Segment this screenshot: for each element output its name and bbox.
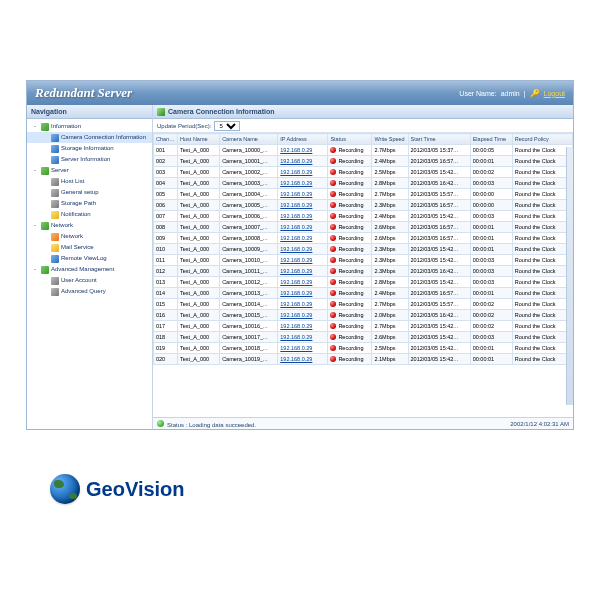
- table-row[interactable]: 011Test_A_000Camera_10010_...192.168.0.2…: [154, 255, 573, 266]
- table-cell: 020: [154, 354, 178, 365]
- ip-link[interactable]: 192.168.0.29: [280, 334, 312, 340]
- ip-link[interactable]: 192.168.0.29: [280, 345, 312, 351]
- tree-item[interactable]: Network: [27, 231, 152, 242]
- status-label: Recording: [338, 257, 363, 263]
- ip-link[interactable]: 192.168.0.29: [280, 224, 312, 230]
- table-cell: Recording: [328, 222, 372, 233]
- table-cell: Camera_10003_...: [220, 178, 278, 189]
- ip-link[interactable]: 192.168.0.29: [280, 158, 312, 164]
- tree-item[interactable]: Storage Information: [27, 143, 152, 154]
- tree-node-icon: [41, 123, 49, 131]
- column-header[interactable]: Status: [328, 134, 372, 145]
- tree-item[interactable]: Storage Path: [27, 198, 152, 209]
- tree-item[interactable]: Mail Service: [27, 242, 152, 253]
- ip-link[interactable]: 192.168.0.29: [280, 180, 312, 186]
- table-cell: 2012/03/05 16:42...: [408, 310, 470, 321]
- collapse-icon[interactable]: -: [31, 167, 39, 175]
- table-cell: 011: [154, 255, 178, 266]
- tree-item[interactable]: -Information: [27, 121, 152, 132]
- status-label: Recording: [338, 301, 363, 307]
- collapse-icon[interactable]: -: [31, 266, 39, 274]
- table-cell: 2.7Mbps: [372, 145, 408, 156]
- tree-node-icon: [51, 156, 59, 164]
- ip-link[interactable]: 192.168.0.29: [280, 202, 312, 208]
- column-header[interactable]: Camera Name: [220, 134, 278, 145]
- table-cell: Test_A_000: [178, 178, 220, 189]
- collapse-icon[interactable]: -: [31, 123, 39, 131]
- table-row[interactable]: 020Test_A_000Camera_10019_...192.168.0.2…: [154, 354, 573, 365]
- table-row[interactable]: 002Test_A_000Camera_10001_...192.168.0.2…: [154, 156, 573, 167]
- table-row[interactable]: 010Test_A_000Camera_10009_...192.168.0.2…: [154, 244, 573, 255]
- ip-link[interactable]: 192.168.0.29: [280, 147, 312, 153]
- table-row[interactable]: 015Test_A_000Camera_10014_...192.168.0.2…: [154, 299, 573, 310]
- tree-item[interactable]: Remote ViewLog: [27, 253, 152, 264]
- table-row[interactable]: 018Test_A_000Camera_10017_...192.168.0.2…: [154, 332, 573, 343]
- tree-item[interactable]: -Advanced Management: [27, 264, 152, 275]
- table-cell: Camera_10014_...: [220, 299, 278, 310]
- table-row[interactable]: 019Test_A_000Camera_10018_...192.168.0.2…: [154, 343, 573, 354]
- tree-item[interactable]: Notification: [27, 209, 152, 220]
- column-header[interactable]: IP Address: [278, 134, 328, 145]
- tree-node-label: Storage Information: [61, 143, 114, 154]
- table-cell: 2.8Mbps: [372, 178, 408, 189]
- ip-link[interactable]: 192.168.0.29: [280, 257, 312, 263]
- ip-link[interactable]: 192.168.0.29: [280, 323, 312, 329]
- table-row[interactable]: 003Test_A_000Camera_10002_...192.168.0.2…: [154, 167, 573, 178]
- table-cell: 015: [154, 299, 178, 310]
- tree-node-label: Mail Service: [61, 242, 94, 253]
- table-cell: 2012/03/05 15:42...: [408, 211, 470, 222]
- table-cell: 019: [154, 343, 178, 354]
- table-row[interactable]: 012Test_A_000Camera_10011_...192.168.0.2…: [154, 266, 573, 277]
- tree-item[interactable]: User Account: [27, 275, 152, 286]
- logout-link[interactable]: Logout: [544, 90, 565, 97]
- tree-item[interactable]: Server Information: [27, 154, 152, 165]
- ip-link[interactable]: 192.168.0.29: [280, 356, 312, 362]
- table-row[interactable]: 017Test_A_000Camera_10016_...192.168.0.2…: [154, 321, 573, 332]
- ip-link[interactable]: 192.168.0.29: [280, 312, 312, 318]
- ip-link[interactable]: 192.168.0.29: [280, 279, 312, 285]
- table-row[interactable]: 013Test_A_000Camera_10012_...192.168.0.2…: [154, 277, 573, 288]
- table-row[interactable]: 009Test_A_000Camera_10008_...192.168.0.2…: [154, 233, 573, 244]
- table-wrapper[interactable]: Channel▲Host NameCamera NameIP AddressSt…: [153, 133, 573, 417]
- column-header[interactable]: Elapsed Time: [470, 134, 512, 145]
- table-row[interactable]: 008Test_A_000Camera_10007_...192.168.0.2…: [154, 222, 573, 233]
- column-header[interactable]: Write Speed: [372, 134, 408, 145]
- ip-link[interactable]: 192.168.0.29: [280, 191, 312, 197]
- ip-link[interactable]: 192.168.0.29: [280, 301, 312, 307]
- table-cell: 2012/03/05 16:42...: [408, 178, 470, 189]
- column-header[interactable]: Record Policy: [512, 134, 572, 145]
- column-header[interactable]: Start Time: [408, 134, 470, 145]
- tree-item[interactable]: Advanced Query: [27, 286, 152, 297]
- tree-item[interactable]: Camera Connection Information: [27, 132, 152, 143]
- table-cell: Camera_10019_...: [220, 354, 278, 365]
- tree-item[interactable]: -Server: [27, 165, 152, 176]
- main-header: Camera Connection Information: [153, 105, 573, 119]
- collapse-icon[interactable]: -: [31, 222, 39, 230]
- ip-link[interactable]: 192.168.0.29: [280, 213, 312, 219]
- table-cell: 018: [154, 332, 178, 343]
- tree-item[interactable]: Host List: [27, 176, 152, 187]
- ip-link[interactable]: 192.168.0.29: [280, 268, 312, 274]
- table-row[interactable]: 004Test_A_000Camera_10003_...192.168.0.2…: [154, 178, 573, 189]
- tree-item[interactable]: -Network: [27, 220, 152, 231]
- ip-link[interactable]: 192.168.0.29: [280, 290, 312, 296]
- table-row[interactable]: 006Test_A_000Camera_10005_...192.168.0.2…: [154, 200, 573, 211]
- ip-link[interactable]: 192.168.0.29: [280, 235, 312, 241]
- update-period-select[interactable]: 5: [214, 121, 240, 131]
- table-row[interactable]: 014Test_A_000Camera_10013_...192.168.0.2…: [154, 288, 573, 299]
- column-header[interactable]: Host Name: [178, 134, 220, 145]
- table-cell: Recording: [328, 332, 372, 343]
- table-row[interactable]: 016Test_A_000Camera_10015_...192.168.0.2…: [154, 310, 573, 321]
- scrollbar-vertical[interactable]: [566, 147, 573, 405]
- tree-spacer: [41, 244, 49, 252]
- column-header[interactable]: Channel▲: [154, 134, 178, 145]
- table-cell: 2.3Mbps: [372, 255, 408, 266]
- main-header-label: Camera Connection Information: [168, 108, 275, 115]
- table-row[interactable]: 007Test_A_000Camera_10006_...192.168.0.2…: [154, 211, 573, 222]
- navigation-tree[interactable]: -InformationCamera Connection Informatio…: [27, 119, 152, 429]
- tree-item[interactable]: General setup: [27, 187, 152, 198]
- table-row[interactable]: 005Test_A_000Camera_10004_...192.168.0.2…: [154, 189, 573, 200]
- table-row[interactable]: 001Test_A_000Camera_10000_...192.168.0.2…: [154, 145, 573, 156]
- ip-link[interactable]: 192.168.0.29: [280, 246, 312, 252]
- ip-link[interactable]: 192.168.0.29: [280, 169, 312, 175]
